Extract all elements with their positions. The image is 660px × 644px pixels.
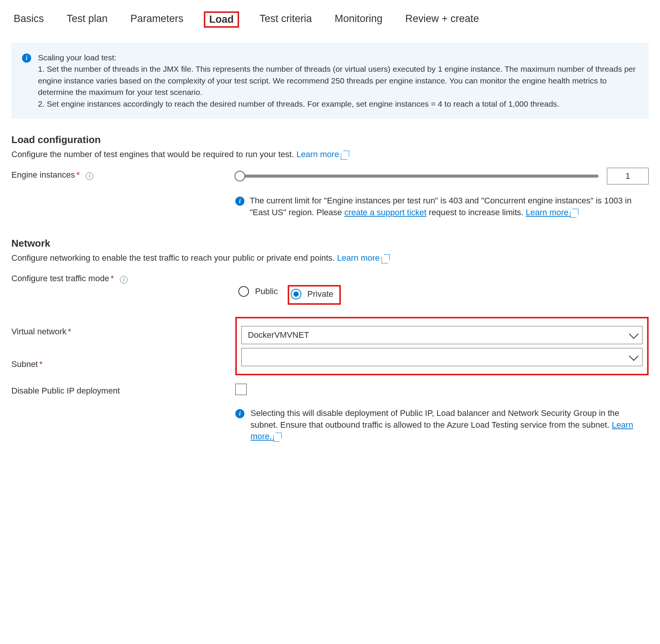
disable-public-ip-checkbox[interactable] <box>235 384 247 395</box>
tab-test-criteria[interactable]: Test criteria <box>257 11 314 28</box>
external-link-icon <box>572 209 578 215</box>
engine-instances-value-input[interactable]: 1 <box>607 168 649 184</box>
tab-test-plan[interactable]: Test plan <box>65 11 110 28</box>
info-icon: i <box>235 409 244 418</box>
external-link-icon <box>276 433 282 439</box>
traffic-mode-label: Configure test traffic mode* i <box>11 271 235 283</box>
limits-learn-more-link[interactable]: Learn more <box>526 208 578 217</box>
tab-bar: Basics Test plan Parameters Load Test cr… <box>11 11 649 28</box>
virtual-network-label: Virtual network* <box>11 324 235 337</box>
chevron-down-icon <box>629 329 638 339</box>
engine-instances-label: Engine instances* i <box>11 168 235 180</box>
help-icon[interactable]: i <box>120 276 128 283</box>
load-config-desc: Configure the number of test engines tha… <box>11 150 649 159</box>
load-config-desc-text: Configure the number of test engines tha… <box>11 150 296 159</box>
network-learn-more-link[interactable]: Learn more <box>337 253 390 263</box>
tab-load[interactable]: Load <box>204 11 239 28</box>
external-link-icon <box>384 254 390 260</box>
disable-public-ip-note-text: Selecting this will disable deployment o… <box>250 408 649 442</box>
subnet-select[interactable] <box>241 348 643 366</box>
tab-review-create[interactable]: Review + create <box>403 11 481 28</box>
external-link-icon <box>343 151 349 157</box>
subnet-label: Subnet* <box>11 357 235 369</box>
radio-public[interactable]: Public <box>238 285 278 298</box>
radio-icon <box>291 289 301 299</box>
virtual-network-select[interactable]: DockerVMVNET <box>241 326 643 344</box>
scaling-info-box: i Scaling your load test: 1. Set the num… <box>11 43 649 119</box>
radio-public-label: Public <box>255 287 278 296</box>
radio-private[interactable]: Private <box>291 287 333 301</box>
disable-public-ip-label: Disable Public IP deployment <box>11 384 235 396</box>
slider-thumb[interactable] <box>235 171 245 181</box>
load-config-title: Load configuration <box>11 134 649 146</box>
tab-basics[interactable]: Basics <box>11 11 46 28</box>
engine-instances-slider[interactable] <box>235 175 599 178</box>
scaling-info-text: Scaling your load test: 1. Set the numbe… <box>38 52 638 110</box>
network-title: Network <box>11 238 649 249</box>
tab-parameters[interactable]: Parameters <box>128 11 186 28</box>
network-desc: Configure networking to enable the test … <box>11 253 649 263</box>
virtual-network-value: DockerVMVNET <box>248 330 309 340</box>
info-icon: i <box>235 197 244 206</box>
help-icon[interactable]: i <box>86 172 93 180</box>
info-icon: i <box>22 54 31 63</box>
chevron-down-icon <box>629 351 638 361</box>
load-config-learn-more-link[interactable]: Learn more <box>296 150 349 159</box>
create-support-ticket-link[interactable]: create a support ticket <box>344 208 426 217</box>
engine-limits-text: The current limit for "Engine instances … <box>250 195 649 219</box>
radio-private-label: Private <box>307 289 333 299</box>
vnet-subnet-highlight: DockerVMVNET <box>235 317 649 375</box>
tab-monitoring[interactable]: Monitoring <box>332 11 385 28</box>
radio-icon <box>238 286 249 297</box>
